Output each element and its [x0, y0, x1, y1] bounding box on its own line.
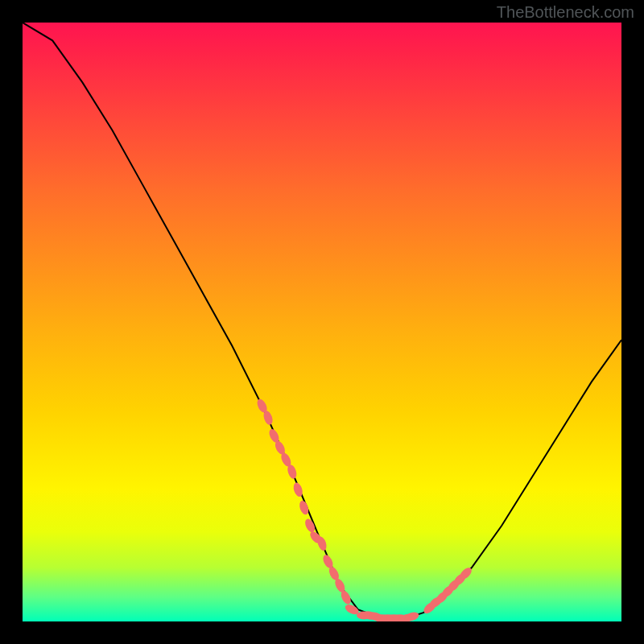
highlight-dots-middle: [344, 603, 420, 621]
svg-point-20: [381, 614, 395, 621]
svg-point-24: [404, 611, 420, 621]
chart-plot-area: [23, 23, 621, 621]
svg-point-5: [286, 464, 298, 480]
attribution-text: TheBottleneck.com: [497, 3, 634, 22]
svg-point-0: [255, 398, 269, 415]
svg-point-8: [303, 518, 317, 535]
svg-point-31: [458, 566, 474, 582]
bottleneck-curve: [23, 23, 621, 618]
svg-point-29: [446, 577, 462, 593]
svg-point-3: [273, 440, 287, 456]
svg-point-9: [308, 530, 324, 546]
svg-point-13: [333, 577, 347, 594]
svg-point-23: [398, 613, 414, 621]
svg-point-27: [434, 589, 450, 605]
svg-point-17: [362, 610, 378, 621]
svg-point-12: [327, 565, 341, 582]
svg-point-16: [357, 612, 371, 620]
svg-point-10: [316, 535, 328, 551]
svg-point-6: [292, 481, 304, 497]
svg-point-19: [374, 614, 389, 621]
svg-point-11: [321, 553, 335, 570]
svg-point-4: [279, 452, 293, 469]
svg-point-18: [368, 611, 384, 621]
svg-point-2: [267, 427, 281, 444]
svg-point-7: [298, 500, 310, 516]
svg-point-26: [427, 595, 444, 610]
svg-point-21: [386, 614, 401, 621]
chart-svg: [23, 23, 621, 621]
svg-point-25: [422, 600, 438, 615]
highlight-dots-right: [422, 566, 474, 616]
svg-point-14: [339, 589, 353, 606]
svg-point-28: [440, 584, 456, 600]
svg-point-22: [393, 614, 407, 621]
highlight-dots-left: [255, 398, 353, 606]
svg-point-30: [452, 572, 468, 588]
svg-point-1: [262, 410, 274, 426]
svg-point-15: [344, 603, 361, 617]
